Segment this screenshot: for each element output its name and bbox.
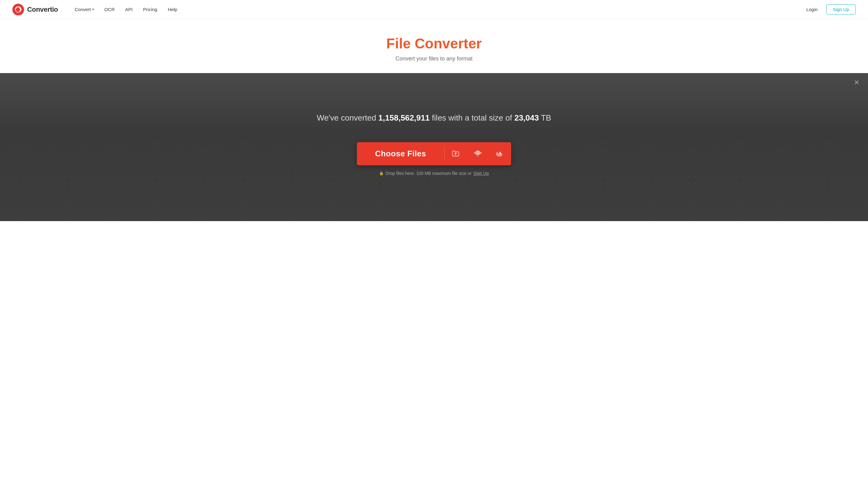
svg-point-0: [12, 4, 24, 15]
choose-files-bar[interactable]: Choose Files: [357, 142, 511, 165]
hero-subtitle: Convert your files to any format: [6, 56, 862, 62]
nav-item-pricing[interactable]: Pricing: [139, 5, 162, 14]
hero-section: File Converter Convert your files to any…: [0, 19, 868, 73]
header-auth-area: Login Sign Up: [803, 4, 856, 14]
nav-item-convert[interactable]: Convert ▾: [70, 5, 98, 14]
google-drive-button[interactable]: [489, 142, 511, 165]
logo-text: Convertio: [27, 5, 58, 13]
nav-label-help: Help: [168, 7, 177, 12]
nav-item-api[interactable]: API: [121, 5, 137, 14]
logo-link[interactable]: Convertio: [12, 4, 58, 15]
logo-icon: [12, 4, 24, 15]
folder-upload-icon: [451, 149, 460, 158]
drop-info: 🔒 Drop files here. 100 MB maximum file s…: [379, 171, 489, 176]
convert-chevron-icon: ▾: [92, 7, 94, 11]
stats-files: 1,158,562,911: [378, 113, 430, 122]
main-nav: Convert ▾ OCR API Pricing Help: [70, 5, 803, 14]
drop-info-signup-link[interactable]: Sign Up: [473, 171, 489, 176]
stats-suffix: TB: [539, 113, 551, 122]
close-button[interactable]: ✕: [854, 79, 859, 86]
choose-files-label: Choose Files: [357, 149, 444, 159]
nav-item-ocr[interactable]: OCR: [100, 5, 119, 14]
stats-text: We've converted 1,158,562,911 files with…: [317, 112, 551, 123]
drop-info-text: Drop files here. 100 MB maximum file siz…: [385, 171, 472, 176]
hero-title: File Converter: [6, 35, 862, 52]
stats-prefix: We've converted: [317, 113, 378, 122]
nav-item-help[interactable]: Help: [163, 5, 182, 14]
dropbox-button[interactable]: [467, 142, 489, 165]
stats-size: 23,043: [514, 113, 539, 122]
nav-label-ocr: OCR: [104, 7, 115, 12]
folder-upload-button[interactable]: [444, 142, 467, 165]
nav-label-pricing: Pricing: [143, 7, 157, 12]
nav-label-convert: Convert: [75, 7, 91, 12]
nav-label-api: API: [125, 7, 133, 12]
stats-middle: files with a total size of: [430, 113, 515, 122]
signup-button[interactable]: Sign Up: [826, 4, 856, 14]
google-drive-icon: [496, 149, 504, 158]
login-button[interactable]: Login: [803, 5, 822, 14]
dropbox-icon: [473, 149, 482, 158]
lock-icon: 🔒: [379, 171, 384, 175]
site-header: Convertio Convert ▾ OCR API Pricing Help…: [0, 0, 868, 19]
converter-section: ✕ We've converted 1,158,562,911 files wi…: [0, 73, 868, 221]
